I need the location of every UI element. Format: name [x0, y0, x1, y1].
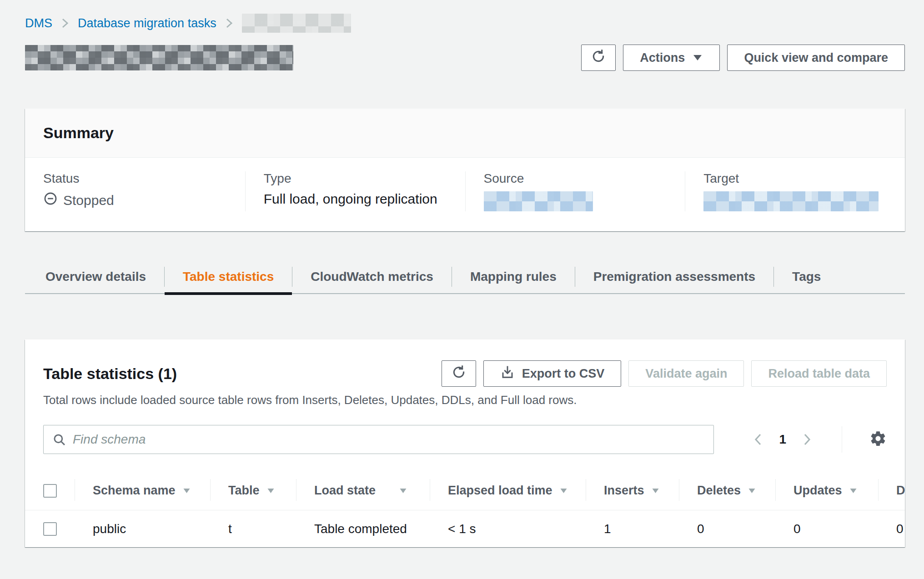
sort-icon[interactable] [559, 487, 568, 495]
target-value-redacted[interactable] [703, 191, 879, 211]
quick-view-and-compare-button[interactable]: Quick view and compare [727, 45, 905, 71]
summary-field-target: Target [685, 171, 905, 211]
breadcrumb-link-tasks[interactable]: Database migration tasks [78, 16, 216, 30]
summary-title: Summary [43, 124, 887, 142]
summary-panel-header: Summary [25, 109, 905, 158]
breadcrumb-chevron-icon [61, 17, 69, 30]
task-detail-tabs: Overview details Table statistics CloudW… [25, 260, 905, 294]
export-button-label: Export to CSV [522, 367, 605, 381]
tab-mapping-rules[interactable]: Mapping rules [452, 260, 575, 293]
target-label: Target [703, 171, 891, 186]
table-refresh-button[interactable] [442, 360, 476, 387]
cell-load-state: Table completed [296, 510, 430, 547]
row-checkbox[interactable] [43, 522, 57, 536]
settings-button[interactable] [869, 430, 887, 449]
summary-field-status: Status Stopped [25, 171, 245, 211]
quick-view-button-label: Quick view and compare [744, 51, 888, 65]
table-statistics-table: Schema name Table Load state Elapsed loa… [25, 471, 905, 547]
export-to-csv-button[interactable]: Export to CSV [483, 360, 622, 387]
refresh-icon [451, 364, 467, 383]
cell-table: t [210, 510, 296, 547]
column-header-load-state[interactable]: Load state [296, 471, 430, 510]
summary-field-type: Type Full load, ongoing replication [245, 171, 465, 211]
select-all-checkbox[interactable] [43, 484, 57, 498]
type-value: Full load, ongoing replication [264, 191, 452, 207]
column-header-updates[interactable]: Updates [775, 471, 878, 510]
find-schema-search [43, 425, 714, 454]
source-value-redacted[interactable] [484, 191, 593, 211]
pagination: 1 [753, 426, 887, 453]
column-header-table[interactable]: Table [210, 471, 296, 510]
current-page-number[interactable]: 1 [779, 432, 786, 447]
download-icon [500, 365, 515, 383]
tab-overview-details[interactable]: Overview details [25, 260, 164, 293]
cell-ddls: 0 [878, 510, 905, 547]
source-label: Source [484, 171, 672, 186]
stopped-circle-minus-icon [43, 191, 58, 209]
validate-again-button[interactable]: Validate again [628, 360, 744, 387]
cell-elapsed-load-time: < 1 s [430, 510, 586, 547]
sort-icon[interactable] [182, 487, 191, 495]
search-input[interactable] [43, 425, 714, 454]
cell-schema-name: public [75, 510, 210, 547]
sort-icon[interactable] [398, 487, 408, 495]
summary-panel: Summary Status Stopped Type Full load, o… [25, 109, 905, 231]
chevron-right-icon[interactable] [802, 432, 813, 447]
breadcrumb-chevron-icon [226, 17, 233, 30]
summary-fields: Status Stopped Type Full load, ongoing r… [25, 158, 905, 231]
refresh-button[interactable] [581, 45, 616, 71]
chevron-left-icon[interactable] [753, 432, 763, 447]
page-header: Actions Quick view and compare [25, 45, 905, 71]
reload-table-data-button[interactable]: Reload table data [751, 360, 887, 387]
tab-table-statistics[interactable]: Table statistics [165, 260, 292, 293]
status-label: Status [43, 171, 231, 186]
status-value: Stopped [63, 193, 114, 208]
table-statistics-panel: Table statistics (1) [25, 339, 905, 547]
tab-tags[interactable]: Tags [774, 260, 839, 293]
sort-icon[interactable] [651, 487, 660, 495]
pager-divider [842, 426, 842, 453]
search-icon [52, 433, 67, 449]
actions-button-label: Actions [640, 51, 685, 65]
breadcrumb-link-dms[interactable]: DMS [25, 16, 52, 30]
gear-icon [869, 430, 887, 449]
reload-button-label: Reload table data [768, 367, 870, 381]
table-scroll-area: Schema name Table Load state Elapsed loa… [25, 471, 905, 547]
column-header-inserts[interactable]: Inserts [586, 471, 679, 510]
table-statistics-title: Table statistics (1) [43, 365, 177, 383]
tab-premigration-assessments[interactable]: Premigration assessments [575, 260, 773, 293]
cell-inserts: 1 [586, 510, 679, 547]
caret-down-icon [692, 51, 703, 65]
type-label: Type [264, 171, 452, 186]
column-header-schema-name[interactable]: Schema name [75, 471, 210, 510]
breadcrumb: DMS Database migration tasks [25, 0, 905, 33]
column-header-deletes[interactable]: Deletes [679, 471, 775, 510]
table-header-row: Schema name Table Load state Elapsed loa… [25, 471, 905, 510]
summary-field-source: Source [465, 171, 685, 211]
cell-updates: 0 [775, 510, 878, 547]
breadcrumb-redacted-task-name [242, 14, 351, 33]
cell-deletes: 0 [679, 510, 775, 547]
page-title-redacted [25, 45, 293, 70]
actions-button[interactable]: Actions [623, 45, 720, 71]
refresh-icon [591, 49, 606, 67]
column-header-elapsed-load-time[interactable]: Elapsed load time [430, 471, 586, 510]
tab-cloudwatch-metrics[interactable]: CloudWatch metrics [292, 260, 452, 293]
sort-icon[interactable] [849, 487, 858, 495]
table-row[interactable]: public t Table completed < 1 s 1 0 0 0 [25, 510, 905, 547]
sort-icon[interactable] [266, 487, 276, 495]
table-statistics-description: Total rows include loaded source table r… [43, 393, 887, 407]
sort-icon[interactable] [747, 487, 757, 495]
validate-button-label: Validate again [645, 367, 727, 381]
column-header-ddls[interactable]: DDLs [878, 471, 905, 510]
